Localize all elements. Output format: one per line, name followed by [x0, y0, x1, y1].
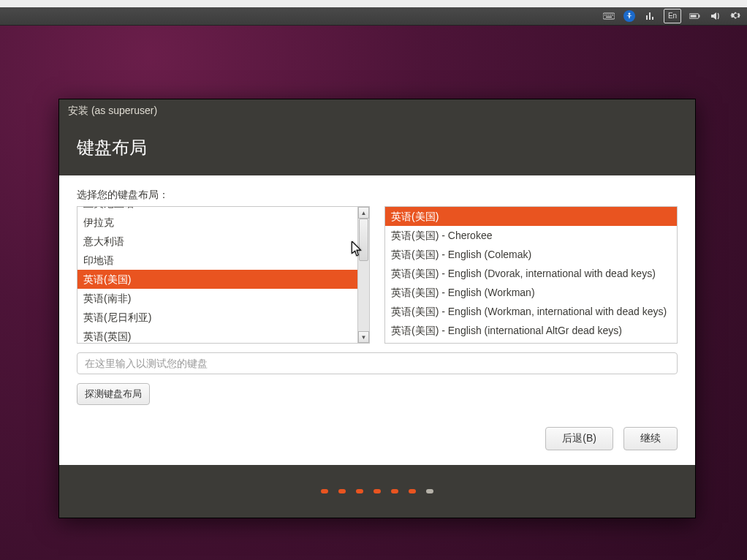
svg-rect-3	[608, 15, 609, 15]
svg-rect-0	[603, 13, 615, 19]
installer-window: 安装 (as superuser) 键盘布局 选择您的键盘布局： 亚美尼亚语伊拉…	[58, 99, 696, 518]
svg-rect-9	[699, 15, 700, 17]
svg-rect-1	[604, 15, 605, 15]
network-icon[interactable]	[643, 10, 656, 23]
window-title: 安装 (as superuser)	[68, 105, 157, 118]
variant-list-item[interactable]: 英语(美国) - English (Dvorak, international …	[385, 264, 677, 283]
page-heading: 键盘布局	[77, 136, 678, 159]
continue-button[interactable]: 继续	[623, 427, 678, 450]
accessibility-icon[interactable]	[623, 10, 636, 23]
language-list-item[interactable]: 伊拉克	[77, 213, 369, 232]
language-list-item[interactable]: 英语(南非)	[77, 289, 369, 308]
nav-buttons: 后退(B) 继续	[77, 427, 678, 450]
layout-prompt: 选择您的键盘布局：	[77, 189, 678, 202]
variant-list-item[interactable]: 英语(美国) - English (international AltGr de…	[385, 321, 677, 340]
progress-dot	[338, 489, 346, 493]
progress-dot	[409, 489, 416, 493]
language-list-item[interactable]: 印地语	[77, 251, 369, 270]
language-list-item[interactable]: 亚美尼亚语	[77, 206, 369, 213]
volume-icon[interactable]	[709, 10, 722, 23]
svg-rect-10	[691, 15, 697, 17]
svg-rect-5	[613, 15, 613, 15]
keyboard-test-input[interactable]	[77, 352, 678, 374]
variant-listbox[interactable]: 英语(美国)英语(美国) - Cherokee英语(美国) - English …	[384, 206, 678, 344]
language-list-item[interactable]: 意大利语	[77, 232, 369, 251]
scroll-thumb[interactable]	[359, 219, 368, 261]
progress-dot	[321, 489, 328, 493]
variant-list-item[interactable]: 英语(美国) - English (Workman)	[385, 283, 677, 302]
variant-list-item[interactable]: 英语(美国) - English (the divide/multiply ke…	[385, 340, 677, 344]
language-list-item[interactable]: 英语(英国)	[77, 327, 369, 344]
progress-dot	[356, 489, 363, 493]
window-content: 选择您的键盘布局： 亚美尼亚语伊拉克意大利语印地语英语(美国)英语(南非)英语(…	[59, 175, 695, 465]
progress-dot	[374, 489, 381, 493]
svg-rect-2	[607, 15, 607, 15]
progress-dot	[426, 489, 433, 493]
variant-list-item[interactable]: 英语(美国) - Cherokee	[385, 226, 677, 245]
battery-icon[interactable]	[689, 10, 702, 23]
detect-layout-button[interactable]: 探测键盘布局	[77, 383, 150, 405]
progress-dot	[391, 489, 398, 493]
language-listbox[interactable]: 亚美尼亚语伊拉克意大利语印地语英语(美国)英语(南非)英语(尼日利亚)英语(英国…	[77, 206, 370, 344]
scroll-track[interactable]	[358, 219, 369, 331]
scrollbar[interactable]: ▲ ▼	[357, 207, 369, 343]
svg-rect-6	[606, 17, 612, 18]
window-header: 键盘布局	[59, 123, 695, 175]
top-menubar: En	[0, 7, 747, 26]
scroll-up-button[interactable]: ▲	[358, 207, 369, 219]
svg-rect-4	[610, 15, 611, 15]
scroll-down-button[interactable]: ▼	[358, 331, 369, 343]
language-list-item[interactable]: 英语(美国)	[77, 270, 369, 289]
keyboard-icon[interactable]	[602, 10, 615, 23]
variant-list-item[interactable]: 英语(美国) - English (Colemak)	[385, 245, 677, 264]
settings-gear-icon[interactable]	[729, 10, 743, 23]
variant-list-item[interactable]: 英语(美国)	[385, 207, 677, 226]
window-titlebar: 安装 (as superuser)	[59, 99, 695, 123]
layout-lists: 亚美尼亚语伊拉克意大利语印地语英语(美国)英语(南非)英语(尼日利亚)英语(英国…	[77, 206, 678, 344]
input-language-indicator[interactable]: En	[664, 9, 681, 23]
variant-list-item[interactable]: 英语(美国) - English (Workman, international…	[385, 302, 677, 321]
svg-point-7	[629, 13, 631, 15]
cropped-top-strip	[0, 0, 747, 7]
language-list-item[interactable]: 英语(尼日利亚)	[77, 308, 369, 327]
progress-dots	[59, 465, 695, 518]
back-button[interactable]: 后退(B)	[545, 427, 613, 450]
